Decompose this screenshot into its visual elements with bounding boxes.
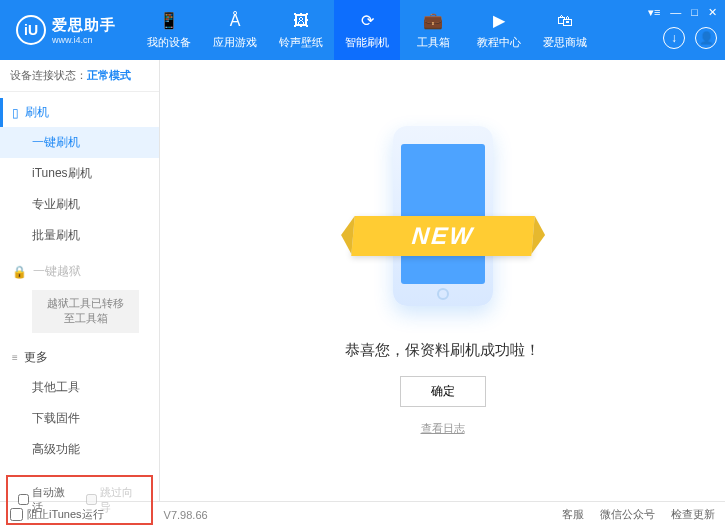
app-url: www.i4.cn <box>52 35 116 45</box>
sidebar-item-itunes[interactable]: iTunes刷机 <box>0 158 159 189</box>
ok-button[interactable]: 确定 <box>400 376 486 407</box>
new-banner: NEW <box>351 216 534 256</box>
lock-icon: 🔒 <box>12 265 27 279</box>
tutorial-icon: ▶ <box>489 11 509 31</box>
app-title: 爱思助手 <box>52 16 116 35</box>
sidebar-item-othertools[interactable]: 其他工具 <box>0 372 159 403</box>
tab-tutorials[interactable]: ▶教程中心 <box>466 0 532 60</box>
phone-illustration: NEW <box>363 126 523 326</box>
footer-link-update[interactable]: 检查更新 <box>671 507 715 522</box>
sidebar-item-advanced[interactable]: 高级功能 <box>0 434 159 465</box>
logo: iU 爱思助手 www.i4.cn <box>8 15 116 45</box>
maximize-icon[interactable]: □ <box>691 6 698 19</box>
device-icon: 📱 <box>159 11 179 31</box>
sidebar-item-firmware[interactable]: 下载固件 <box>0 403 159 434</box>
nav-tabs: 📱我的设备 Å应用游戏 🖼铃声壁纸 ⟳智能刷机 💼工具箱 ▶教程中心 🛍爱思商城 <box>136 0 598 60</box>
sidebar-jailbreak-header: 🔒 一键越狱 <box>0 257 159 286</box>
tab-flash[interactable]: ⟳智能刷机 <box>334 0 400 60</box>
hamburger-icon: ≡ <box>12 352 18 363</box>
app-header: iU 爱思助手 www.i4.cn 📱我的设备 Å应用游戏 🖼铃声壁纸 ⟳智能刷… <box>0 0 725 60</box>
flash-icon: ⟳ <box>357 11 377 31</box>
logo-icon: iU <box>16 15 46 45</box>
tab-toolbox[interactable]: 💼工具箱 <box>400 0 466 60</box>
sidebar-item-pro[interactable]: 专业刷机 <box>0 189 159 220</box>
checkbox-block-itunes[interactable]: 阻止iTunes运行 <box>10 507 104 522</box>
sidebar-item-batch[interactable]: 批量刷机 <box>0 220 159 251</box>
tab-ringtones[interactable]: 🖼铃声壁纸 <box>268 0 334 60</box>
version-label: V7.98.66 <box>164 509 208 521</box>
sidebar-flash-header[interactable]: ▯ 刷机 <box>0 98 159 127</box>
phone-icon: ▯ <box>12 106 19 120</box>
sidebar: 设备连接状态：正常模式 ▯ 刷机 一键刷机 iTunes刷机 专业刷机 批量刷机… <box>0 60 160 501</box>
apps-icon: Å <box>225 11 245 31</box>
shop-icon: 🛍 <box>555 11 575 31</box>
tab-my-device[interactable]: 📱我的设备 <box>136 0 202 60</box>
tab-shop[interactable]: 🛍爱思商城 <box>532 0 598 60</box>
footer-link-wechat[interactable]: 微信公众号 <box>600 507 655 522</box>
tab-apps[interactable]: Å应用游戏 <box>202 0 268 60</box>
main-content: NEW 恭喜您，保资料刷机成功啦！ 确定 查看日志 <box>160 60 725 501</box>
user-icon[interactable]: 👤 <box>695 27 717 49</box>
view-log-link[interactable]: 查看日志 <box>421 421 465 436</box>
device-status: 设备连接状态：正常模式 <box>0 60 159 92</box>
sidebar-jailbreak-note: 越狱工具已转移至工具箱 <box>32 290 139 333</box>
window-controls: ▾≡ — □ ✕ <box>648 6 717 19</box>
footer-link-support[interactable]: 客服 <box>562 507 584 522</box>
sidebar-item-oneclick[interactable]: 一键刷机 <box>0 127 159 158</box>
download-icon[interactable]: ↓ <box>663 27 685 49</box>
sidebar-more-header[interactable]: ≡ 更多 <box>0 343 159 372</box>
success-message: 恭喜您，保资料刷机成功啦！ <box>345 341 540 360</box>
minimize-icon[interactable]: — <box>670 6 681 19</box>
menu-icon[interactable]: ▾≡ <box>648 6 660 19</box>
toolbox-icon: 💼 <box>423 11 443 31</box>
ringtone-icon: 🖼 <box>291 11 311 31</box>
close-icon[interactable]: ✕ <box>708 6 717 19</box>
